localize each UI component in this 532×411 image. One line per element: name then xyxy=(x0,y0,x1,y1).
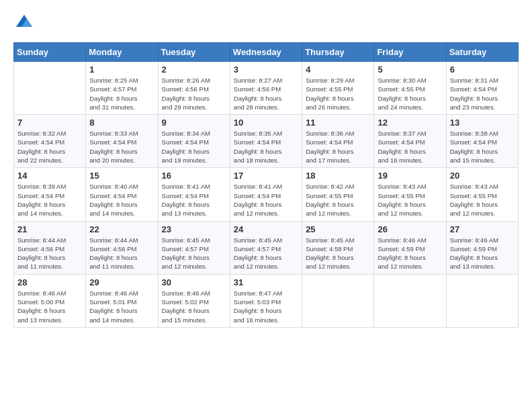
calendar-cell: 22Sunrise: 8:44 AM Sunset: 4:56 PM Dayli… xyxy=(86,221,158,274)
calendar-cell: 1Sunrise: 8:25 AM Sunset: 4:57 PM Daylig… xyxy=(86,62,158,115)
calendar-cell: 26Sunrise: 8:46 AM Sunset: 4:59 PM Dayli… xyxy=(374,221,446,274)
day-info: Sunrise: 8:36 AM Sunset: 4:54 PM Dayligh… xyxy=(306,129,370,165)
day-info: Sunrise: 8:41 AM Sunset: 4:54 PM Dayligh… xyxy=(162,182,226,218)
day-number: 15 xyxy=(89,171,154,181)
calendar-week-row: 14Sunrise: 8:39 AM Sunset: 4:54 PM Dayli… xyxy=(14,168,519,221)
day-info: Sunrise: 8:44 AM Sunset: 4:56 PM Dayligh… xyxy=(17,236,82,271)
day-number: 30 xyxy=(162,277,226,287)
calendar-cell: 30Sunrise: 8:46 AM Sunset: 5:02 PM Dayli… xyxy=(158,274,230,327)
calendar-cell: 5Sunrise: 8:30 AM Sunset: 4:55 PM Daylig… xyxy=(374,62,446,115)
calendar-cell: 12Sunrise: 8:37 AM Sunset: 4:54 PM Dayli… xyxy=(374,115,446,168)
day-info: Sunrise: 8:44 AM Sunset: 4:56 PM Dayligh… xyxy=(89,236,154,271)
day-number: 7 xyxy=(17,118,82,128)
calendar-cell: 25Sunrise: 8:45 AM Sunset: 4:58 PM Dayli… xyxy=(302,221,374,274)
day-number: 13 xyxy=(450,118,515,128)
calendar-cell: 27Sunrise: 8:46 AM Sunset: 4:59 PM Dayli… xyxy=(446,221,518,274)
day-number: 5 xyxy=(378,64,442,75)
day-info: Sunrise: 8:35 AM Sunset: 4:54 PM Dayligh… xyxy=(234,129,298,165)
logo xyxy=(13,13,34,36)
day-number: 22 xyxy=(89,224,154,234)
calendar-cell: 11Sunrise: 8:36 AM Sunset: 4:54 PM Dayli… xyxy=(302,115,374,168)
day-info: Sunrise: 8:42 AM Sunset: 4:55 PM Dayligh… xyxy=(306,182,370,218)
day-number: 29 xyxy=(89,277,154,287)
day-info: Sunrise: 8:26 AM Sunset: 4:56 PM Dayligh… xyxy=(162,76,226,111)
calendar-cell: 16Sunrise: 8:41 AM Sunset: 4:54 PM Dayli… xyxy=(158,168,230,221)
weekday-header-saturday: Saturday xyxy=(446,43,518,62)
day-number: 20 xyxy=(450,171,515,181)
day-number: 21 xyxy=(17,224,82,234)
calendar-cell: 7Sunrise: 8:32 AM Sunset: 4:54 PM Daylig… xyxy=(14,115,86,168)
day-info: Sunrise: 8:43 AM Sunset: 4:55 PM Dayligh… xyxy=(378,182,442,218)
weekday-header-tuesday: Tuesday xyxy=(158,43,230,62)
day-number: 1 xyxy=(89,64,154,75)
day-info: Sunrise: 8:47 AM Sunset: 5:03 PM Dayligh… xyxy=(234,289,298,324)
day-info: Sunrise: 8:46 AM Sunset: 5:00 PM Dayligh… xyxy=(17,289,82,324)
day-number: 24 xyxy=(234,224,298,234)
calendar-cell: 9Sunrise: 8:34 AM Sunset: 4:54 PM Daylig… xyxy=(158,115,230,168)
calendar-cell: 20Sunrise: 8:43 AM Sunset: 4:55 PM Dayli… xyxy=(446,168,518,221)
day-number: 11 xyxy=(306,118,370,128)
calendar-cell: 13Sunrise: 8:38 AM Sunset: 4:54 PM Dayli… xyxy=(446,115,518,168)
day-info: Sunrise: 8:34 AM Sunset: 4:54 PM Dayligh… xyxy=(162,129,226,165)
day-info: Sunrise: 8:38 AM Sunset: 4:54 PM Dayligh… xyxy=(450,129,515,165)
day-number: 26 xyxy=(378,224,442,234)
day-info: Sunrise: 8:45 AM Sunset: 4:58 PM Dayligh… xyxy=(306,236,370,271)
day-number: 9 xyxy=(162,118,226,128)
calendar-cell: 17Sunrise: 8:41 AM Sunset: 4:54 PM Dayli… xyxy=(230,168,302,221)
day-number: 25 xyxy=(306,224,370,234)
calendar-cell: 14Sunrise: 8:39 AM Sunset: 4:54 PM Dayli… xyxy=(14,168,86,221)
day-number: 27 xyxy=(450,224,515,234)
calendar-cell: 3Sunrise: 8:27 AM Sunset: 4:56 PM Daylig… xyxy=(230,62,302,115)
day-info: Sunrise: 8:41 AM Sunset: 4:54 PM Dayligh… xyxy=(234,182,298,218)
weekday-header-monday: Monday xyxy=(86,43,158,62)
day-info: Sunrise: 8:46 AM Sunset: 5:01 PM Dayligh… xyxy=(89,289,154,324)
day-number: 10 xyxy=(234,118,298,128)
weekday-header-thursday: Thursday xyxy=(302,43,374,62)
day-number: 4 xyxy=(306,64,370,75)
calendar-cell: 19Sunrise: 8:43 AM Sunset: 4:55 PM Dayli… xyxy=(374,168,446,221)
calendar-cell: 31Sunrise: 8:47 AM Sunset: 5:03 PM Dayli… xyxy=(230,274,302,327)
day-info: Sunrise: 8:30 AM Sunset: 4:55 PM Dayligh… xyxy=(378,76,442,111)
calendar-cell: 28Sunrise: 8:46 AM Sunset: 5:00 PM Dayli… xyxy=(14,274,86,327)
day-number: 16 xyxy=(162,171,226,181)
day-number: 28 xyxy=(17,277,82,287)
calendar-cell xyxy=(446,274,518,327)
day-info: Sunrise: 8:43 AM Sunset: 4:55 PM Dayligh… xyxy=(450,182,515,218)
day-info: Sunrise: 8:31 AM Sunset: 4:54 PM Dayligh… xyxy=(450,76,515,111)
calendar-cell: 2Sunrise: 8:26 AM Sunset: 4:56 PM Daylig… xyxy=(158,62,230,115)
calendar-cell: 23Sunrise: 8:45 AM Sunset: 4:57 PM Dayli… xyxy=(158,221,230,274)
day-info: Sunrise: 8:46 AM Sunset: 4:59 PM Dayligh… xyxy=(450,236,515,271)
day-info: Sunrise: 8:32 AM Sunset: 4:54 PM Dayligh… xyxy=(17,129,82,165)
day-info: Sunrise: 8:46 AM Sunset: 4:59 PM Dayligh… xyxy=(378,236,442,271)
calendar-table: SundayMondayTuesdayWednesdayThursdayFrid… xyxy=(13,42,519,328)
day-info: Sunrise: 8:45 AM Sunset: 4:57 PM Dayligh… xyxy=(162,236,226,271)
calendar-cell: 29Sunrise: 8:46 AM Sunset: 5:01 PM Dayli… xyxy=(86,274,158,327)
calendar-week-row: 1Sunrise: 8:25 AM Sunset: 4:57 PM Daylig… xyxy=(14,62,519,115)
day-number: 23 xyxy=(162,224,226,234)
day-number: 19 xyxy=(378,171,442,181)
day-number: 17 xyxy=(234,171,298,181)
calendar-cell xyxy=(14,62,86,115)
calendar-cell: 6Sunrise: 8:31 AM Sunset: 4:54 PM Daylig… xyxy=(446,62,518,115)
page-header xyxy=(13,13,519,36)
day-info: Sunrise: 8:27 AM Sunset: 4:56 PM Dayligh… xyxy=(234,76,298,111)
day-number: 6 xyxy=(450,64,515,75)
calendar-cell: 21Sunrise: 8:44 AM Sunset: 4:56 PM Dayli… xyxy=(14,221,86,274)
day-number: 12 xyxy=(378,118,442,128)
calendar-week-row: 21Sunrise: 8:44 AM Sunset: 4:56 PM Dayli… xyxy=(14,221,519,274)
logo-icon xyxy=(15,13,34,32)
day-info: Sunrise: 8:33 AM Sunset: 4:54 PM Dayligh… xyxy=(89,129,154,165)
calendar-cell: 4Sunrise: 8:29 AM Sunset: 4:55 PM Daylig… xyxy=(302,62,374,115)
calendar-cell: 10Sunrise: 8:35 AM Sunset: 4:54 PM Dayli… xyxy=(230,115,302,168)
calendar-header-row: SundayMondayTuesdayWednesdayThursdayFrid… xyxy=(14,43,519,62)
weekday-header-friday: Friday xyxy=(374,43,446,62)
day-number: 18 xyxy=(306,171,370,181)
day-info: Sunrise: 8:46 AM Sunset: 5:02 PM Dayligh… xyxy=(162,289,226,324)
calendar-week-row: 28Sunrise: 8:46 AM Sunset: 5:00 PM Dayli… xyxy=(14,274,519,327)
day-info: Sunrise: 8:39 AM Sunset: 4:54 PM Dayligh… xyxy=(17,182,82,218)
day-number: 8 xyxy=(89,118,154,128)
day-info: Sunrise: 8:45 AM Sunset: 4:57 PM Dayligh… xyxy=(234,236,298,271)
day-info: Sunrise: 8:25 AM Sunset: 4:57 PM Dayligh… xyxy=(89,76,154,111)
calendar-cell: 8Sunrise: 8:33 AM Sunset: 4:54 PM Daylig… xyxy=(86,115,158,168)
calendar-cell xyxy=(302,274,374,327)
